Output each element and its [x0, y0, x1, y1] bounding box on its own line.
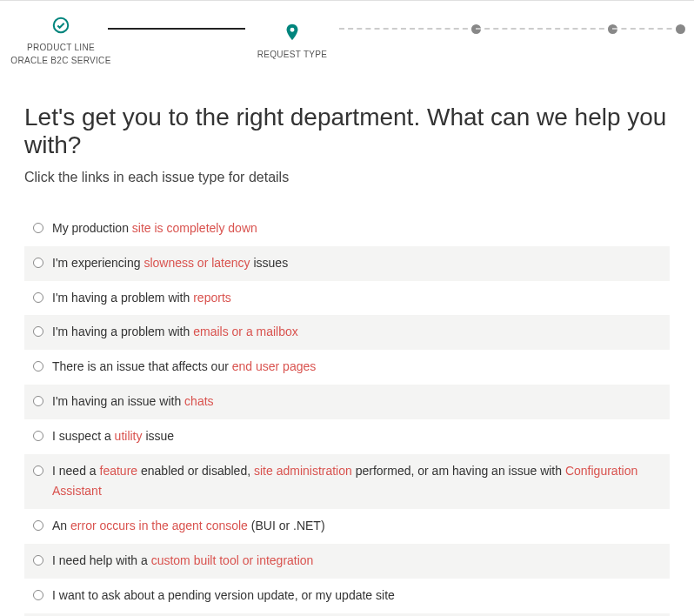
issue-option-text: There is an issue that affects our end u… — [52, 357, 661, 378]
issue-option-row[interactable]: None of the above options look relevant,… — [24, 613, 670, 616]
issue-detail-link[interactable]: feature — [100, 464, 138, 478]
issue-option-row[interactable]: I'm having an issue with chats — [24, 385, 670, 419]
step-label: PRODUCT LINE ORACLE B2C SERVICE — [10, 41, 110, 67]
issue-option-row[interactable]: There is an issue that affects our end u… — [24, 350, 670, 385]
issue-detail-link[interactable]: slowness or latency — [143, 256, 250, 270]
radio-icon[interactable] — [33, 431, 43, 441]
radio-icon[interactable] — [33, 465, 43, 476]
radio-icon[interactable] — [33, 223, 43, 233]
issue-option-row[interactable]: An error occurs in the agent console (BU… — [24, 509, 670, 544]
issue-options-list: My production site is completely downI'm… — [24, 211, 670, 616]
issue-option-text: An error occurs in the agent console (BU… — [52, 516, 661, 537]
issue-option-text: I'm experiencing slowness or latency iss… — [52, 253, 661, 274]
issue-option-row[interactable]: I'm having a problem with reports — [24, 281, 670, 316]
issue-detail-link[interactable]: end user pages — [232, 359, 317, 373]
radio-icon[interactable] — [33, 292, 43, 303]
issue-detail-link[interactable]: emails or a mailbox — [193, 325, 298, 338]
issue-option-row[interactable]: I want to ask about a pending version up… — [24, 579, 670, 613]
radio-icon[interactable] — [33, 590, 43, 600]
issue-option-row[interactable]: I'm experiencing slowness or latency iss… — [24, 246, 670, 281]
step-request-type[interactable]: REQUEST TYPE — [240, 22, 344, 61]
radio-icon[interactable] — [33, 520, 43, 531]
issue-option-row[interactable]: I need a feature enabled or disabled, si… — [24, 454, 670, 510]
radio-icon[interactable] — [33, 396, 43, 406]
issue-detail-link[interactable]: reports — [193, 291, 231, 305]
issue-option-text: I need help with a custom built tool or … — [52, 551, 661, 572]
issue-option-row[interactable]: My production site is completely down — [24, 211, 670, 246]
step-connector — [108, 28, 245, 30]
issue-option-row[interactable]: I need help with a custom built tool or … — [24, 544, 670, 579]
page-subtitle: Click the links in each issue type for d… — [24, 170, 670, 185]
issue-detail-link[interactable]: chats — [184, 394, 213, 408]
issue-option-text: I need a feature enabled or disabled, si… — [52, 461, 661, 503]
radio-icon[interactable] — [33, 258, 43, 268]
radio-icon[interactable] — [33, 326, 43, 337]
stepper: PRODUCT LINE ORACLE B2C SERVICE REQUEST … — [0, 0, 694, 74]
issue-detail-link[interactable]: custom built tool or integration — [151, 553, 314, 567]
issue-detail-link[interactable]: site administration — [254, 464, 352, 478]
issue-option-text: I'm having an issue with chats — [52, 392, 661, 412]
issue-detail-link[interactable]: error occurs in the agent console — [70, 519, 248, 532]
step-future-icon — [676, 24, 685, 34]
issue-option-text: I'm having a problem with reports — [52, 288, 661, 309]
check-circle-icon — [50, 15, 71, 36]
step-label: REQUEST TYPE — [257, 48, 327, 61]
issue-option-text: I'm having a problem with emails or a ma… — [52, 322, 661, 343]
issue-option-text: I want to ask about a pending version up… — [52, 586, 661, 606]
svg-point-1 — [290, 27, 295, 31]
step-connector — [612, 28, 681, 30]
issue-option-text: My production site is completely down — [52, 218, 661, 239]
issue-detail-link[interactable]: site is completely down — [132, 221, 257, 235]
location-pin-icon — [282, 22, 303, 43]
page-title: Let's get you to the right department. W… — [24, 104, 670, 159]
issue-option-row[interactable]: I suspect a utility issue — [24, 419, 670, 454]
step-product-line[interactable]: PRODUCT LINE ORACLE B2C SERVICE — [9, 15, 113, 67]
radio-icon[interactable] — [33, 361, 43, 372]
step-connector — [476, 28, 613, 30]
step-connector — [339, 28, 477, 30]
issue-detail-link[interactable]: utility — [115, 429, 143, 443]
issue-option-row[interactable]: I'm having a problem with emails or a ma… — [24, 315, 670, 350]
radio-icon[interactable] — [33, 555, 43, 566]
issue-option-text: I suspect a utility issue — [52, 426, 661, 447]
